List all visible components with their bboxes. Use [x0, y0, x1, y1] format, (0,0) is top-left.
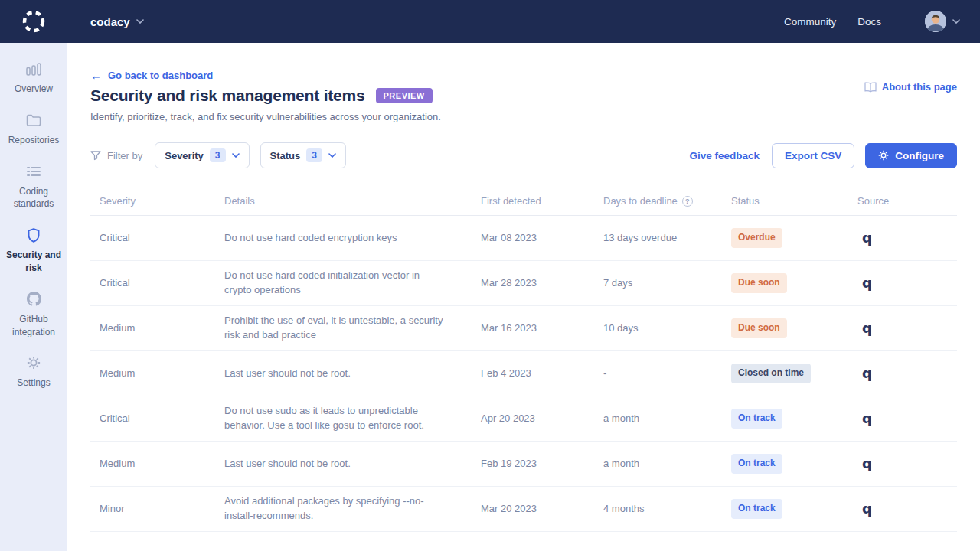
bar-chart-icon	[26, 61, 41, 77]
column-header-details: Details	[224, 195, 481, 207]
sidebar-item-security-and-risk[interactable]: Security and risk	[0, 227, 67, 275]
sidebar: OverviewRepositoriesCoding standardsSecu…	[0, 43, 67, 551]
days-to-deadline-cell: 10 days	[603, 321, 731, 336]
nav-docs[interactable]: Docs	[858, 16, 881, 28]
topbar: codacy Community Docs	[0, 0, 980, 43]
status-badge: On track	[731, 409, 782, 428]
status-cell: Due soon	[731, 273, 858, 292]
sidebar-item-github-integration[interactable]: GitHub integration	[0, 292, 67, 339]
status-cell: On track	[731, 409, 858, 428]
filter-count-badge: 3	[306, 148, 322, 162]
table-row[interactable]: CriticalDo not use hard coded initializa…	[90, 261, 957, 306]
days-to-deadline-cell: -	[603, 367, 731, 381]
codacy-logo-icon[interactable]	[0, 9, 67, 34]
configure-button[interactable]: Configure	[865, 143, 957, 168]
source-icon: q	[862, 500, 872, 517]
sidebar-item-label: Security and risk	[5, 249, 62, 275]
table-row[interactable]: MediumLast user should not be root.Feb 4…	[90, 351, 957, 396]
column-header-source: Source	[858, 195, 957, 207]
topnav: Community Docs	[784, 11, 980, 32]
gear-icon	[27, 355, 41, 370]
severity-cell: Critical	[100, 412, 224, 426]
status-cell: Closed on time	[731, 364, 858, 383]
column-header-label: Status	[731, 195, 760, 207]
status-cell: On track	[731, 454, 858, 473]
table-row[interactable]: MediumProhibit the use of eval, it is un…	[90, 306, 957, 351]
back-arrow-icon: ←	[90, 69, 102, 82]
give-feedback-link[interactable]: Give feedback	[689, 150, 760, 161]
about-this-page-link[interactable]: About this page	[864, 81, 957, 93]
user-menu[interactable]	[925, 11, 960, 32]
table-row[interactable]: CriticalDo not use hard coded encryption…	[90, 216, 957, 261]
filter-label: Status	[270, 150, 301, 161]
first-detected-cell: Feb 4 2023	[481, 367, 603, 381]
status-badge: Due soon	[731, 318, 787, 337]
page-subtitle: Identify, prioritize, track, and fix sec…	[90, 111, 957, 122]
severity-cell: Critical	[100, 276, 224, 291]
sidebar-item-repositories[interactable]: Repositories	[0, 112, 67, 147]
source-cell: q	[858, 409, 957, 429]
sidebar-item-label: Settings	[5, 377, 62, 390]
sidebar-item-label: Coding standards	[5, 185, 62, 211]
severity-filter-dropdown[interactable]: Severity3	[155, 142, 249, 168]
avatar	[925, 11, 946, 32]
details-cell: Avoid additional packages by specifying …	[224, 494, 481, 523]
details-cell: Last user should not be root.	[224, 367, 481, 381]
folder-icon	[26, 112, 41, 128]
table-row[interactable]: CriticalDo not use sudo as it leads to u…	[90, 396, 957, 442]
source-cell: q	[858, 318, 957, 338]
column-header-first-detected: First detected	[481, 195, 603, 207]
filter-by-text: Filter by	[107, 150, 142, 161]
security-items-table: SeverityDetailsFirst detectedDays to dea…	[90, 187, 957, 532]
source-icon: q	[862, 410, 872, 426]
severity-cell: Minor	[100, 502, 224, 517]
sidebar-item-settings[interactable]: Settings	[0, 355, 67, 390]
column-header-label: Source	[858, 195, 889, 207]
source-icon: q	[862, 320, 872, 336]
sidebar-item-overview[interactable]: Overview	[0, 61, 67, 96]
org-name: codacy	[90, 15, 130, 28]
shield-icon	[28, 227, 40, 243]
sidebar-item-label: Repositories	[5, 134, 62, 147]
days-to-deadline-cell: a month	[603, 457, 731, 471]
details-cell: Do not use sudo as it leads to unpredict…	[224, 404, 481, 433]
column-header-severity: Severity	[100, 195, 224, 207]
gear-icon	[878, 150, 889, 161]
first-detected-cell: Apr 20 2023	[481, 412, 603, 426]
status-badge: On track	[731, 454, 782, 473]
details-cell: Do not use hard coded encryption keys	[224, 231, 481, 246]
export-csv-button[interactable]: Export CSV	[772, 143, 854, 168]
chevron-down-icon	[328, 153, 336, 158]
toolbar: Filter by Severity3Status3 Give feedback…	[90, 142, 957, 168]
back-to-dashboard-link[interactable]: ← Go back to dashboard	[90, 69, 213, 82]
org-switcher[interactable]: codacy	[90, 15, 144, 28]
details-cell: Do not use hard coded initialization vec…	[224, 269, 481, 298]
table-row[interactable]: MinorAvoid additional packages by specif…	[90, 487, 957, 532]
table-row[interactable]: MediumLast user should not be root.Feb 1…	[90, 442, 957, 487]
source-icon: q	[862, 365, 872, 381]
status-cell: On track	[731, 499, 858, 518]
days-to-deadline-cell: 13 days overdue	[603, 231, 731, 246]
source-cell: q	[858, 228, 957, 248]
source-icon: q	[862, 275, 872, 291]
source-cell: q	[858, 454, 957, 474]
status-cell: Due soon	[731, 318, 858, 337]
column-header-label: Days to deadline	[603, 195, 678, 207]
help-icon[interactable]: ?	[682, 196, 693, 207]
column-header-days-to-deadline: Days to deadline?	[603, 195, 731, 207]
nav-community[interactable]: Community	[784, 16, 836, 28]
sidebar-item-coding-standards[interactable]: Coding standards	[0, 164, 67, 211]
status-badge: Closed on time	[731, 364, 811, 383]
chevron-down-icon	[136, 19, 144, 24]
sidebar-item-label: Overview	[5, 83, 62, 96]
about-link-label: About this page	[882, 81, 957, 93]
status-filter-dropdown[interactable]: Status3	[260, 142, 346, 168]
status-cell: Overdue	[731, 228, 858, 247]
source-icon: q	[862, 455, 872, 471]
book-icon	[864, 82, 877, 93]
status-badge: On track	[731, 499, 782, 518]
source-cell: q	[858, 273, 957, 293]
source-cell: q	[858, 499, 957, 519]
details-cell: Last user should not be root.	[224, 457, 481, 471]
status-badge: Overdue	[731, 228, 782, 247]
